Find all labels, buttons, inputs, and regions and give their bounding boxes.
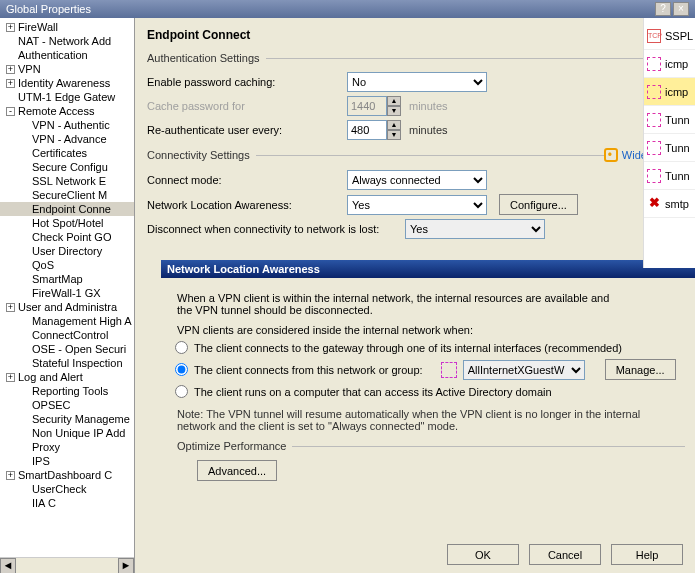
expander-icon[interactable]: +	[6, 471, 15, 480]
tree-item[interactable]: Reporting Tools	[0, 384, 134, 398]
tree-item[interactable]: +Identity Awareness	[0, 76, 134, 90]
nla-group-select[interactable]: AllInternetXGuestW	[463, 360, 585, 380]
tree-scrollbar[interactable]: ◄ ►	[0, 557, 134, 573]
tree-item[interactable]: +SmartDashboard C	[0, 468, 134, 482]
nla-opt1-radio[interactable]	[175, 341, 188, 354]
nla-opt2-label: The client connects from this network or…	[194, 364, 423, 376]
expander-icon[interactable]: +	[6, 79, 15, 88]
tree-item[interactable]: OSE - Open Securi	[0, 342, 134, 356]
list-item[interactable]: TCPSSPL	[644, 22, 695, 50]
tree-item[interactable]: NAT - Network Add	[0, 34, 134, 48]
expander-icon[interactable]: +	[6, 23, 15, 32]
tree-item[interactable]: ConnectControl	[0, 328, 134, 342]
svc-icon	[647, 85, 661, 99]
nla-select[interactable]: Yes	[347, 195, 487, 215]
reauth-label: Re-authenticate user every:	[147, 124, 347, 136]
tree-item[interactable]: User Directory	[0, 244, 134, 258]
nla-opt3-radio[interactable]	[175, 385, 188, 398]
list-item[interactable]: Tunn	[644, 134, 695, 162]
tree-item[interactable]: Hot Spot/Hotel	[0, 216, 134, 230]
scroll-right-icon[interactable]: ►	[118, 558, 134, 573]
configure-button[interactable]: Configure...	[499, 194, 578, 215]
tree-item[interactable]: SSL Network E	[0, 174, 134, 188]
list-item[interactable]: Tunn	[644, 106, 695, 134]
help-button[interactable]: Help	[611, 544, 683, 565]
tree-item-label: Security Manageme	[32, 413, 130, 425]
tree-item-label: Stateful Inspection	[32, 357, 123, 369]
tree-item[interactable]: Authentication	[0, 48, 134, 62]
tree-item[interactable]: SmartMap	[0, 272, 134, 286]
manage-button[interactable]: Manage...	[605, 359, 676, 380]
tree-item[interactable]: Endpoint Conne	[0, 202, 134, 216]
close-button[interactable]: ×	[673, 2, 689, 16]
tree-item[interactable]: +User and Administra	[0, 300, 134, 314]
expander-icon[interactable]: +	[6, 303, 15, 312]
tree-item[interactable]: Stateful Inspection	[0, 356, 134, 370]
expander-icon[interactable]: +	[6, 373, 15, 382]
tree-item-label: FireWall-1 GX	[32, 287, 101, 299]
tree-item-label: VPN	[18, 63, 41, 75]
tree-item[interactable]: Secure Configu	[0, 160, 134, 174]
tree-item-label: QoS	[32, 259, 54, 271]
spin-down-icon[interactable]: ▼	[387, 130, 401, 140]
spin-up-icon: ▲	[387, 96, 401, 106]
tree-item[interactable]: FireWall-1 GX	[0, 286, 134, 300]
help-button[interactable]: ?	[655, 2, 671, 16]
cancel-button[interactable]: Cancel	[529, 544, 601, 565]
tree-item-label: VPN - Advance	[32, 133, 107, 145]
list-item[interactable]: Tunn	[644, 162, 695, 190]
list-item-label: icmp	[665, 86, 688, 98]
svc-icon	[647, 57, 661, 71]
wide-impact-icon	[604, 148, 618, 162]
cache-for-input	[347, 96, 387, 116]
reauth-input[interactable]	[347, 120, 387, 140]
nla-desc: When a VPN client is within the internal…	[177, 292, 617, 316]
spin-up-icon[interactable]: ▲	[387, 120, 401, 130]
tree-item-label: Endpoint Conne	[32, 203, 111, 215]
tree-item[interactable]: UserCheck	[0, 482, 134, 496]
tree-item-label: Non Unique IP Add	[32, 427, 125, 439]
ok-button[interactable]: OK	[447, 544, 519, 565]
advanced-button[interactable]: Advanced...	[197, 460, 277, 481]
tree-item-label: Remote Access	[18, 105, 94, 117]
spin-down-icon: ▼	[387, 106, 401, 116]
tree-item[interactable]: Proxy	[0, 440, 134, 454]
scroll-left-icon[interactable]: ◄	[0, 558, 16, 573]
tree-item[interactable]: OPSEC	[0, 398, 134, 412]
tree-item[interactable]: QoS	[0, 258, 134, 272]
tree-item-label: Reporting Tools	[32, 385, 108, 397]
tree-item[interactable]: Check Point GO	[0, 230, 134, 244]
section-optimize: Optimize Performance	[177, 440, 286, 452]
tree-item[interactable]: +FireWall	[0, 20, 134, 34]
connect-mode-select[interactable]: Always connected	[347, 170, 487, 190]
tree-item[interactable]: Security Manageme	[0, 412, 134, 426]
tree-item[interactable]: UTM-1 Edge Gatew	[0, 90, 134, 104]
enable-cache-select[interactable]: No	[347, 72, 487, 92]
svc-icon	[647, 113, 661, 127]
expander-icon[interactable]: -	[6, 107, 15, 116]
tree-item[interactable]: Certificates	[0, 146, 134, 160]
list-item[interactable]: icmp	[644, 78, 695, 106]
tree-item[interactable]: VPN - Advance	[0, 132, 134, 146]
tree-item[interactable]: IPS	[0, 454, 134, 468]
subdialog-body: When a VPN client is within the internal…	[139, 278, 695, 573]
tree-item[interactable]: SecureClient M	[0, 188, 134, 202]
tree-item[interactable]: IIA C	[0, 496, 134, 510]
tree-item[interactable]: +Log and Alert	[0, 370, 134, 384]
tree-item[interactable]: +VPN	[0, 62, 134, 76]
list-item[interactable]: icmp	[644, 50, 695, 78]
expander-icon[interactable]: +	[6, 65, 15, 74]
subdialog-title: Network Location Awareness	[167, 263, 320, 275]
tree-item-label: Proxy	[32, 441, 60, 453]
tree-item-label: UserCheck	[32, 483, 86, 495]
tree-item-label: User Directory	[32, 245, 102, 257]
disconnect-select[interactable]: Yes	[405, 219, 545, 239]
window-titlebar: Global Properties ? ×	[0, 0, 695, 18]
tree-item[interactable]: Management High A	[0, 314, 134, 328]
tree-item[interactable]: -Remote Access	[0, 104, 134, 118]
list-item[interactable]: ✖smtp	[644, 190, 695, 218]
connect-mode-label: Connect mode:	[147, 174, 347, 186]
tree-item[interactable]: Non Unique IP Add	[0, 426, 134, 440]
tree-item[interactable]: VPN - Authentic	[0, 118, 134, 132]
nla-opt2-radio[interactable]	[175, 363, 188, 376]
